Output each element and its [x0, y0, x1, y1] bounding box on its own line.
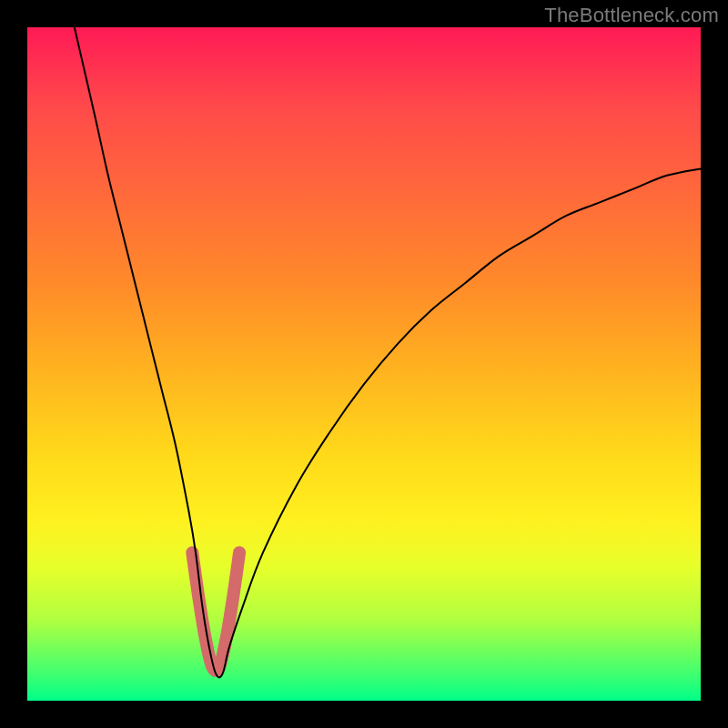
- chart-gradient-frame: [27, 27, 701, 701]
- highlight-curve: [192, 552, 239, 671]
- watermark-text: TheBottleneck.com: [544, 4, 719, 27]
- chart-svg: [27, 27, 701, 701]
- bottleneck-curve: [75, 27, 701, 677]
